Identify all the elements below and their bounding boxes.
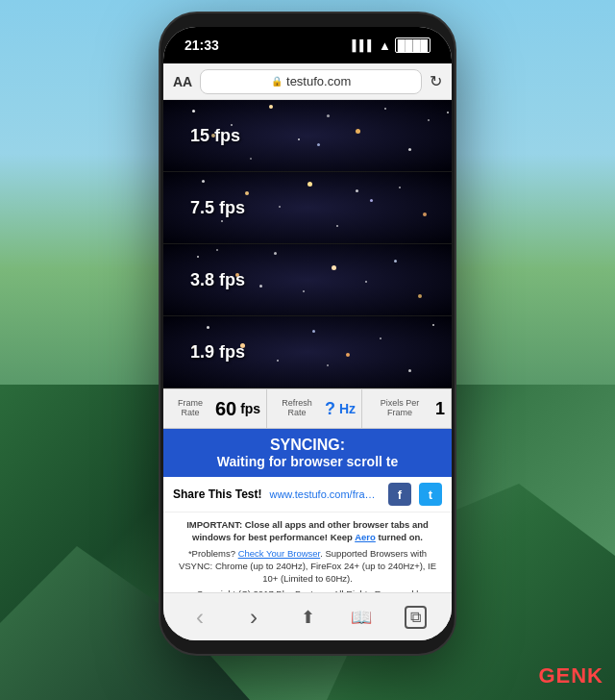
fps-label-19: 1.9 fps: [190, 342, 245, 362]
stats-bar: Frame Rate 60 fps Refresh Rate ? Hz Pixe…: [163, 388, 452, 429]
syncing-title: SYNCING:: [173, 437, 442, 454]
info-line1: IMPORTANT: Close all apps and other brow…: [173, 518, 442, 544]
info-important: IMPORTANT: Close all apps and other brow…: [186, 519, 429, 542]
lock-icon: 🔒: [271, 76, 283, 87]
frame-rate-label: Frame Rate: [169, 399, 211, 418]
genk-highlight: K: [587, 663, 603, 688]
url-bar[interactable]: 🔒 testufo.com: [200, 69, 422, 94]
fps-label-75: 7.5 fps: [190, 198, 245, 218]
web-content-area: 15 fps 7.5 fps: [163, 100, 452, 592]
info-line2: *Problems? Check Your Browser. Supported…: [173, 547, 442, 586]
fps-section-19: 1.9 fps: [163, 316, 452, 388]
refresh-rate-value: ?: [325, 399, 335, 419]
wifi-icon: ▲: [379, 38, 391, 53]
pixels-stat: Pixels Per Frame 1: [362, 389, 452, 428]
refresh-rate-unit: Hz: [339, 401, 356, 416]
bookmarks-button[interactable]: 📖: [344, 600, 379, 635]
frame-rate-stat: Frame Rate 60 fps: [163, 389, 267, 428]
share-button[interactable]: ⬆: [290, 600, 325, 635]
phone-device: 21:33 ▌▌▌ ▲ ████ AA 🔒 testufo.com ↻: [159, 12, 456, 656]
genk-text: GEN: [538, 663, 587, 688]
pixels-label: Pixels Per Frame: [368, 399, 431, 418]
share-icon: ⬆: [301, 607, 315, 628]
syncing-banner: SYNCING: Waiting for browser scroll te: [163, 429, 452, 477]
url-text: testufo.com: [286, 74, 351, 88]
status-icons: ▌▌▌ ▲ ████: [353, 38, 430, 53]
status-time: 21:33: [184, 38, 219, 53]
info-section: IMPORTANT: Close all apps and other brow…: [163, 512, 452, 592]
bookmarks-icon: 📖: [351, 607, 372, 628]
frame-rate-unit: fps: [240, 401, 260, 416]
signal-icon: ▌▌▌: [353, 39, 375, 51]
status-bar: 21:33 ▌▌▌ ▲ ████: [163, 27, 452, 63]
browser-bottom-nav: ‹ › ⬆ 📖 ⧉: [163, 592, 452, 640]
fps-section-15: 15 fps: [163, 100, 452, 172]
share-url[interactable]: www.testufo.com/framerates#count=6: [269, 488, 381, 500]
share-label: Share This Test!: [173, 488, 261, 501]
back-button[interactable]: ‹: [183, 600, 217, 635]
pixels-value: 1: [435, 399, 445, 419]
aero-link[interactable]: Aero: [355, 532, 376, 542]
back-icon: ‹: [196, 604, 204, 631]
browser-aa-button[interactable]: AA: [173, 74, 192, 89]
battery-icon: ████: [395, 38, 430, 53]
share-section: Share This Test! www.testufo.com/framera…: [163, 477, 452, 512]
browser-address-bar: AA 🔒 testufo.com ↻: [163, 63, 452, 100]
fps-label-38: 3.8 fps: [190, 270, 245, 290]
facebook-share-button[interactable]: f: [388, 483, 411, 506]
fps-section-38: 3.8 fps: [163, 244, 452, 316]
phone-screen: 21:33 ▌▌▌ ▲ ████ AA 🔒 testufo.com ↻: [163, 27, 452, 640]
tabs-button[interactable]: ⧉: [398, 600, 432, 635]
fps-label-15: 15 fps: [190, 126, 240, 146]
refresh-rate-stat: Refresh Rate ? Hz: [267, 389, 362, 428]
tabs-icon: ⧉: [405, 606, 427, 629]
fps-section-75: 7.5 fps: [163, 172, 452, 244]
check-browser-link[interactable]: Check Your Browser: [238, 548, 321, 559]
forward-button[interactable]: ›: [236, 600, 271, 635]
genk-logo: GENK: [538, 663, 603, 688]
refresh-rate-label: Refresh Rate: [273, 399, 321, 418]
forward-icon: ›: [250, 604, 258, 631]
reload-button[interactable]: ↻: [430, 72, 442, 90]
syncing-subtitle: Waiting for browser scroll te: [173, 454, 442, 469]
frame-rate-value: 60: [215, 398, 236, 420]
twitter-share-button[interactable]: t: [419, 483, 442, 506]
